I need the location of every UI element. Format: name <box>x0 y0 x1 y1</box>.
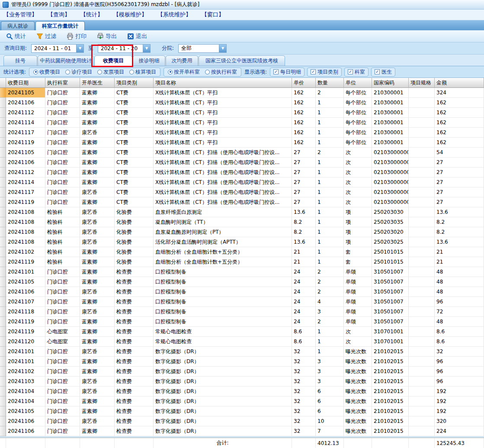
table-cell[interactable]: 门诊口腔 <box>45 168 80 177</box>
table-row[interactable]: 20241106门诊口腔康艺香检查费口腔模型制备242单颌31050100748 <box>0 287 484 297</box>
table-cell[interactable]: 24 <box>292 267 316 277</box>
table-row[interactable]: 20241102门诊口腔蓝素卿检查费数字化摄影（DR）323曝光次数210102… <box>0 367 484 377</box>
table-cell[interactable]: 72 <box>435 307 484 317</box>
chevron-down-icon[interactable]: ▼ <box>219 45 226 52</box>
table-cell[interactable] <box>409 357 435 367</box>
table-cell[interactable]: 康艺香 <box>80 377 115 387</box>
table-cell[interactable]: 021030000002 <box>372 197 409 207</box>
menu-item[interactable]: 【统计】 <box>80 11 103 19</box>
row-selector[interactable] <box>0 197 6 207</box>
table-cell[interactable]: 32 <box>292 426 316 436</box>
table-cell[interactable]: 口腔模型制备 <box>154 287 292 297</box>
table-cell[interactable]: 每个部位 <box>344 98 372 108</box>
table-row[interactable]: 20241108检验科康艺香化验费凝血酶时间测定（TT）8.21项2502030… <box>0 217 484 227</box>
table-cell[interactable]: 活化部分凝血活酶时间测定（APTT） <box>154 237 292 247</box>
table-row[interactable]: 20241105门诊口腔蓝素卿检查费口腔模型制备242单颌31050100748 <box>0 277 484 287</box>
table-cell[interactable]: 10 <box>316 416 344 426</box>
table-cell[interactable]: 常规心电图检查 <box>154 327 292 337</box>
table-cell[interactable]: 20241119 <box>6 257 45 267</box>
column-header[interactable]: 执行科室 <box>45 78 80 88</box>
row-selector[interactable] <box>0 98 6 108</box>
date-from-picker[interactable]: 2024 - 11 - 01 ▼ <box>31 44 84 53</box>
table-row[interactable]: 20241120心电图室蓝素卿检查费常规心电图检查8.61次3107010018… <box>0 337 484 347</box>
table-cell[interactable]: 1 <box>316 197 344 207</box>
table-cell[interactable] <box>409 138 435 148</box>
table-cell[interactable]: 项 <box>344 237 372 247</box>
table-cell[interactable]: 324 <box>435 88 484 98</box>
table-cell[interactable] <box>409 277 435 287</box>
table-cell[interactable]: 1 <box>316 108 344 118</box>
row-selector[interactable] <box>0 406 6 416</box>
table-row[interactable]: 20241114门诊口腔蓝素卿CT费X线计算机体层（CT）平扫1621每个部位2… <box>0 118 484 128</box>
table-cell[interactable]: 210300001 <box>372 108 409 118</box>
table-cell[interactable]: CT费 <box>115 118 154 128</box>
table-cell[interactable] <box>409 426 435 436</box>
row-selector[interactable] <box>0 277 6 287</box>
table-cell[interactable]: 化验费 <box>115 227 154 237</box>
table-cell[interactable]: 210102015 <box>372 357 409 367</box>
menu-item[interactable]: 【系统维护】 <box>157 11 191 19</box>
table-cell[interactable]: 次 <box>344 158 372 168</box>
table-cell[interactable] <box>409 177 435 187</box>
table-cell[interactable]: 20241101 <box>6 357 45 367</box>
table-cell[interactable]: 20241112 <box>6 108 45 118</box>
table-cell[interactable]: 32 <box>435 347 484 357</box>
table-cell[interactable]: 2 <box>316 277 344 287</box>
table-cell[interactable]: 20241105 <box>6 406 45 416</box>
table-cell[interactable]: 蓝素卿 <box>80 267 115 277</box>
row-selector[interactable] <box>0 108 6 118</box>
table-cell[interactable]: 192 <box>435 406 484 416</box>
table-cell[interactable]: 210102015 <box>372 347 409 357</box>
table-cell[interactable]: 32 <box>292 396 316 406</box>
table-row[interactable]: 20241114门诊口腔蓝素卿CT费X线计算机体层（CT）扫描（使用心电或呼吸门… <box>0 177 484 187</box>
table-row[interactable]: 20241118门诊口腔康艺香检查费口腔模型制备243单颌31050100772 <box>0 307 484 317</box>
table-cell[interactable]: 20241108 <box>6 217 45 227</box>
chevron-down-icon[interactable]: ▼ <box>76 45 83 52</box>
table-cell[interactable]: 310701001 <box>372 327 409 337</box>
table-cell[interactable]: 210102015 <box>372 396 409 406</box>
table-cell[interactable]: 162 <box>435 138 484 148</box>
table-cell[interactable]: 250203030 <box>372 207 409 217</box>
table-cell[interactable]: 20241104 <box>6 387 45 396</box>
row-selector[interactable] <box>0 327 6 337</box>
table-cell[interactable]: 48 <box>435 267 484 277</box>
table-cell[interactable]: CT费 <box>115 138 154 148</box>
table-cell[interactable] <box>409 267 435 277</box>
table-cell[interactable]: 次 <box>344 177 372 187</box>
table-row[interactable]: 20241106门诊口腔康艺香检查费数字化摄影（DR）3210曝光次数21010… <box>0 416 484 426</box>
table-cell[interactable]: 24 <box>292 307 316 317</box>
table-cell[interactable]: 口腔模型制备 <box>154 277 292 287</box>
table-cell[interactable]: 每个部位 <box>344 108 372 118</box>
table-cell[interactable]: 1 <box>316 177 344 187</box>
table-cell[interactable]: 化验费 <box>115 207 154 217</box>
table-cell[interactable]: 蓝素卿 <box>80 396 115 406</box>
table-cell[interactable]: CT费 <box>115 98 154 108</box>
table-cell[interactable]: 门诊口腔 <box>45 396 80 406</box>
table-cell[interactable]: 24 <box>292 317 316 327</box>
table-row[interactable]: 20241106门诊口腔蓝素卿CT费X线计算机体层（CT）扫描（使用心电或呼吸门… <box>0 158 484 168</box>
table-cell[interactable] <box>409 347 435 357</box>
table-cell[interactable]: 210300001 <box>372 128 409 138</box>
table-cell[interactable]: 27 <box>435 158 484 168</box>
toolbar-button-filter[interactable]: 过滤 <box>34 32 59 41</box>
table-cell[interactable]: 021030000002 <box>372 168 409 177</box>
table-cell[interactable]: 96 <box>435 377 484 387</box>
table-cell[interactable] <box>409 128 435 138</box>
table-cell[interactable]: 210300001 <box>372 138 409 148</box>
table-cell[interactable]: 门诊口腔 <box>45 138 80 148</box>
table-row[interactable]: 20241112门诊口腔蓝素卿CT费X线计算机体层（CT）平扫1621每个部位2… <box>0 108 484 118</box>
table-cell[interactable]: 数字化摄影（DR） <box>154 396 292 406</box>
table-cell[interactable]: 检查费 <box>115 337 154 347</box>
table-cell[interactable]: 1 <box>316 168 344 177</box>
table-cell[interactable]: 检查费 <box>115 396 154 406</box>
table-cell[interactable]: 1 <box>316 247 344 257</box>
row-selector[interactable] <box>0 367 6 377</box>
row-selector[interactable] <box>0 138 6 148</box>
table-cell[interactable]: 曝光次数 <box>344 357 372 367</box>
table-cell[interactable]: 化验费 <box>115 257 154 267</box>
table-cell[interactable]: 门诊口腔 <box>45 426 80 436</box>
table-cell[interactable]: 96 <box>435 297 484 307</box>
table-cell[interactable] <box>409 247 435 257</box>
table-cell[interactable]: 20241106 <box>6 98 45 108</box>
table-cell[interactable]: 康艺香 <box>80 387 115 396</box>
